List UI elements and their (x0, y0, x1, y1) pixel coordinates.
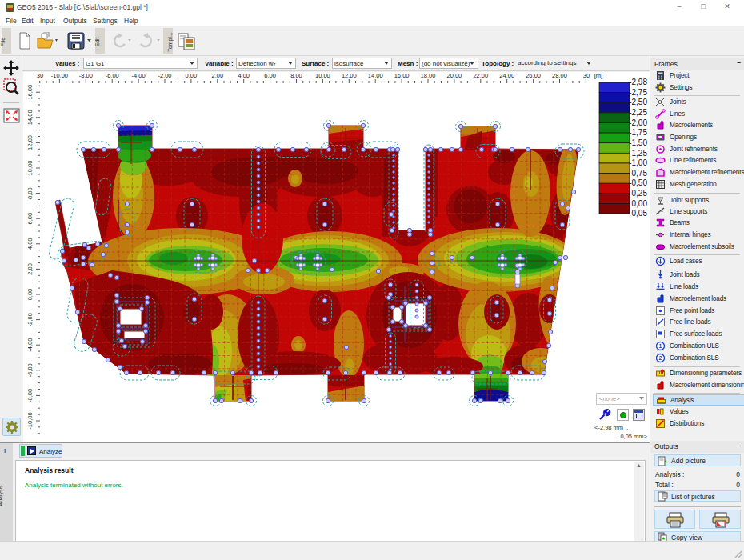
svg-text:[m]: [m] (594, 72, 602, 79)
svg-text:8,00: 8,00 (26, 187, 34, 199)
svg-text:14,00: 14,00 (368, 72, 383, 79)
svg-text:-1,00: -1,00 (629, 158, 647, 167)
svg-text:-1,50: -1,50 (629, 138, 647, 147)
svg-text:0,00: 0,00 (26, 289, 34, 301)
svg-text:16,00: 16,00 (394, 72, 410, 79)
svg-text:-2,75: -2,75 (629, 88, 647, 97)
svg-text:-2,50: -2,50 (629, 98, 647, 106)
svg-text:26,00: 26,00 (526, 72, 541, 79)
svg-text:-0,25: -0,25 (629, 189, 647, 198)
svg-text:-4,00: -4,00 (26, 338, 34, 352)
svg-text:-10,00: -10,00 (51, 72, 68, 79)
svg-text:-1,75: -1,75 (629, 128, 647, 137)
svg-text:-4,00: -4,00 (132, 72, 146, 79)
svg-text:-8,00: -8,00 (79, 72, 93, 79)
svg-text:-2,25: -2,25 (629, 108, 647, 117)
svg-text:-6,00: -6,00 (26, 363, 34, 377)
svg-text:22,00: 22,00 (473, 72, 488, 79)
svg-text:0,00: 0,00 (632, 199, 648, 208)
svg-text:-0,50: -0,50 (629, 178, 647, 187)
svg-text:-2,00: -2,00 (629, 118, 647, 127)
svg-text:30: 30 (37, 72, 43, 79)
svg-text:-2,00: -2,00 (26, 313, 34, 326)
svg-text:0,05: 0,05 (632, 209, 648, 218)
svg-text:-1,25: -1,25 (629, 149, 647, 158)
svg-text:-8,00: -8,00 (26, 389, 34, 402)
svg-text:14,00: 14,00 (26, 110, 34, 125)
svg-text:-2,98: -2,98 (629, 78, 647, 86)
svg-text:6,00: 6,00 (264, 72, 276, 79)
svg-text:2: 2 (659, 355, 662, 361)
svg-text:12,00: 12,00 (26, 135, 34, 150)
svg-text:-0,75: -0,75 (629, 169, 647, 178)
svg-text:2,00: 2,00 (26, 263, 34, 275)
svg-text:20,00: 20,00 (447, 72, 462, 79)
svg-text:0,00: 0,00 (186, 72, 198, 79)
svg-text:4,00: 4,00 (26, 238, 34, 250)
svg-text:28,00: 28,00 (552, 72, 567, 79)
svg-text:30: 30 (583, 72, 590, 79)
svg-text:8,00: 8,00 (290, 72, 302, 79)
svg-text:18,00: 18,00 (421, 72, 436, 79)
svg-text:-10,00: -10,00 (26, 412, 34, 429)
svg-text:10,00: 10,00 (315, 72, 330, 79)
svg-text:6,00: 6,00 (26, 213, 34, 225)
svg-text:16,00: 16,00 (26, 85, 34, 100)
svg-text:12,00: 12,00 (342, 72, 357, 79)
svg-text:2,00: 2,00 (211, 72, 223, 79)
svg-text:1: 1 (659, 343, 662, 349)
svg-text:24,00: 24,00 (499, 72, 514, 79)
svg-text:4,00: 4,00 (238, 72, 250, 79)
svg-text:10,00: 10,00 (26, 161, 34, 176)
svg-text:-2,00: -2,00 (158, 72, 171, 79)
svg-text:-6,00: -6,00 (106, 72, 119, 79)
